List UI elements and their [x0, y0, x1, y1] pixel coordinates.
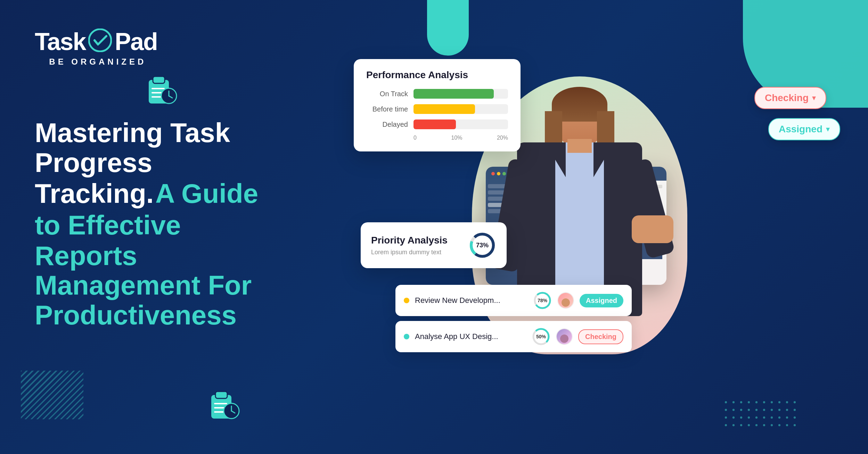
task-progress-text-2: 50% — [536, 334, 546, 339]
bar-track-ontrack — [413, 89, 508, 99]
svg-rect-11 — [215, 391, 227, 398]
bar-label-beforetime: Before time — [366, 105, 408, 113]
task-item-2: Analyse App UX Desig... 50% Checking — [395, 321, 632, 352]
decorative-blob-top — [427, 0, 469, 56]
logo-tagline: BE ORGANIZED — [38, 57, 157, 67]
main-heading: Mastering Task Progress Tracking. A Guid… — [35, 118, 278, 330]
person-head — [555, 90, 604, 146]
person-hand — [632, 215, 673, 243]
bar-track-beforetime — [413, 104, 508, 114]
task-name-2: Analyse App UX Desig... — [415, 332, 526, 341]
axis-labels: 0 10% 20% — [366, 135, 508, 141]
task-avatar-2 — [556, 328, 573, 345]
task-progress-1: 78% — [533, 291, 552, 310]
clock-icon-bottom — [208, 388, 240, 419]
task-status-badge-1: Assigned — [580, 294, 623, 307]
perf-card-title: Performance Analysis — [366, 69, 508, 81]
task-progress-text-1: 78% — [538, 298, 547, 303]
decorative-lines — [21, 371, 83, 419]
checking-badge-top[interactable]: Checking ▾ — [754, 87, 826, 109]
task-list-area: Review New Developm... 78% Assigned — [395, 285, 632, 352]
assigned-badge-arrow: ▾ — [826, 125, 830, 134]
heading-teal-line2: Reports Management For — [35, 241, 278, 301]
checking-badge-text: Checking — [765, 92, 809, 104]
task-status-badge-2: Checking — [578, 329, 623, 344]
priority-card-subtitle: Lorem ipsum dummy text — [371, 249, 468, 256]
priority-card: Priority Analysis Lorem ipsum dummy text… — [361, 222, 507, 268]
right-content-area: Performance Analysis On Track Before tim… — [354, 49, 840, 396]
svg-rect-2 — [153, 76, 165, 83]
logo-check-icon — [88, 28, 112, 52]
axis-label-10: 10% — [451, 135, 462, 141]
person-lapel-left — [545, 142, 566, 177]
priority-circle: 73% — [468, 231, 496, 259]
priority-card-title: Priority Analysis — [371, 235, 468, 246]
priority-info: Priority Analysis Lorem ipsum dummy text — [371, 235, 468, 256]
priority-percentage: 73% — [476, 242, 489, 249]
axis-label-0: 0 — [413, 135, 417, 141]
checking-badge-arrow: ▾ — [812, 93, 816, 102]
bar-row-ontrack: On Track — [366, 89, 508, 99]
bar-label-delayed: Delayed — [366, 121, 408, 129]
logo-task-text: Task — [35, 28, 85, 56]
heading-white-line1: Mastering Task Progress — [35, 118, 278, 178]
performance-card: Performance Analysis On Track Before tim… — [354, 59, 521, 151]
bar-row-beforetime: Before time — [366, 104, 508, 114]
task-progress-2: 50% — [532, 327, 550, 346]
task-name-1: Review New Developm... — [415, 296, 527, 305]
task-dot-2 — [404, 334, 409, 339]
clock-icon-top — [146, 73, 177, 104]
bar-row-delayed: Delayed — [366, 119, 508, 129]
task-avatar-1 — [557, 292, 574, 309]
axis-label-20: 20% — [497, 135, 508, 141]
person-neck — [567, 139, 592, 153]
heading-teal-line3: Productiveness — [35, 300, 278, 330]
task-dot-1 — [404, 298, 409, 303]
logo-pad-text: Pad — [115, 28, 157, 56]
bar-track-delayed — [413, 119, 508, 129]
decorative-dots — [722, 398, 799, 426]
bar-label-ontrack: On Track — [366, 90, 408, 98]
assigned-badge-top[interactable]: Assigned ▾ — [768, 118, 840, 140]
logo-area: Task Pad BE ORGANIZED — [35, 28, 157, 67]
svg-point-0 — [89, 29, 111, 51]
bar-fill-ontrack — [413, 89, 494, 99]
background: Task Pad BE ORGANIZED Master — [0, 0, 868, 454]
heading-white-line2: Tracking. A Guide to Effective — [35, 178, 278, 241]
bar-fill-delayed — [413, 119, 456, 129]
logo-row: Task Pad — [35, 28, 157, 56]
person-lapel-right — [593, 142, 614, 177]
task-item-1: Review New Developm... 78% Assigned — [395, 285, 632, 316]
bar-fill-beforetime — [413, 104, 475, 114]
assigned-badge-text: Assigned — [779, 124, 822, 135]
